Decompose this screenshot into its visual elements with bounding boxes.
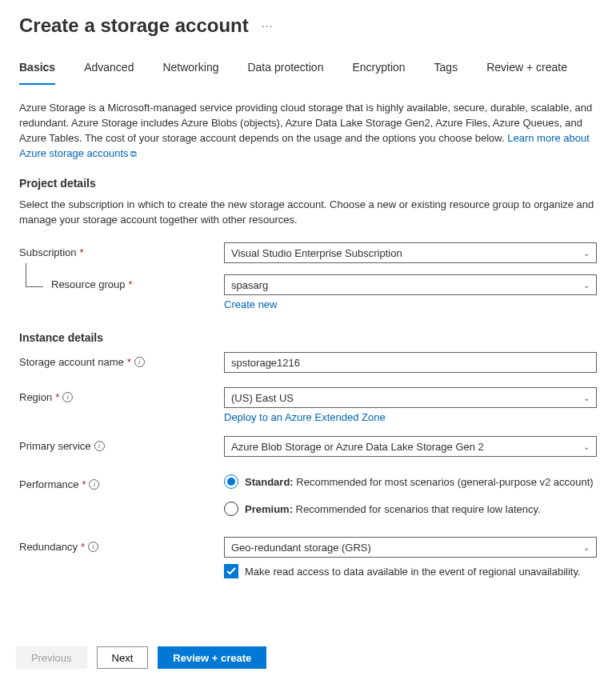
project-details-heading: Project details: [19, 177, 597, 190]
deploy-extended-zone-link[interactable]: Deploy to an Azure Extended Zone: [224, 411, 386, 423]
tab-data-protection[interactable]: Data protection: [247, 54, 323, 85]
primary-service-select[interactable]: Azure Blob Storage or Azure Data Lake St…: [224, 436, 597, 457]
region-select[interactable]: (US) East US ⌄: [224, 387, 597, 408]
performance-premium-radio[interactable]: Premium: Recommended for scenarios that …: [224, 502, 597, 516]
chevron-down-icon: ⌄: [583, 394, 590, 402]
create-new-link[interactable]: Create new: [224, 298, 277, 310]
info-icon[interactable]: i: [134, 357, 145, 367]
radio-icon: [224, 502, 238, 516]
info-icon[interactable]: i: [89, 479, 99, 490]
instance-details-heading: Instance details: [19, 331, 597, 344]
tab-networking[interactable]: Networking: [162, 54, 218, 85]
info-icon[interactable]: i: [62, 392, 73, 402]
primary-service-label: Primary service i: [19, 436, 224, 452]
performance-standard-radio[interactable]: Standard: Recommended for most scenarios…: [224, 474, 597, 489]
chevron-down-icon: ⌄: [583, 249, 590, 258]
redundancy-label: Redundancy * i: [19, 537, 224, 553]
region-label: Region * i: [19, 387, 224, 403]
performance-label: Performance * i: [19, 474, 224, 490]
external-link-icon: ⧉: [130, 149, 137, 158]
resource-group-select[interactable]: spasarg ⌄: [224, 274, 597, 295]
subscription-label: Subscription *: [19, 242, 224, 258]
resource-group-label: Resource group *: [51, 274, 224, 290]
subscription-select[interactable]: Visual Studio Enterprise Subscription ⌄: [224, 242, 597, 263]
tab-basics[interactable]: Basics: [19, 54, 55, 85]
tree-line: [26, 263, 43, 287]
tab-advanced[interactable]: Advanced: [84, 54, 134, 85]
intro-text: Azure Storage is a Microsoft-managed ser…: [19, 101, 597, 161]
radio-icon: [224, 474, 238, 489]
performance-standard-text: Standard: Recommended for most scenarios…: [245, 476, 594, 488]
info-icon[interactable]: i: [94, 441, 105, 451]
chevron-down-icon: ⌄: [583, 281, 590, 290]
page-title: Create a storage account: [19, 14, 249, 37]
footer-bar: Previous Next Review + create: [0, 635, 616, 680]
redundancy-select[interactable]: Geo-redundant storage (GRS) ⌄: [224, 537, 597, 558]
chevron-down-icon: ⌄: [583, 442, 590, 451]
chevron-down-icon: ⌄: [583, 543, 590, 552]
storage-account-name-label: Storage account name * i: [19, 352, 224, 368]
performance-premium-text: Premium: Recommended for scenarios that …: [245, 503, 541, 515]
storage-account-name-input[interactable]: [224, 352, 597, 373]
more-menu-icon[interactable]: ···: [262, 19, 274, 32]
tab-tags[interactable]: Tags: [434, 54, 458, 85]
next-button[interactable]: Next: [97, 646, 149, 669]
project-details-desc: Select the subscription in which to crea…: [19, 198, 597, 228]
previous-button: Previous: [16, 646, 87, 669]
checkbox-checked-icon: [224, 564, 238, 578]
read-access-checkbox[interactable]: Make read access to data available in th…: [224, 564, 597, 578]
tab-bar: Basics Advanced Networking Data protecti…: [0, 42, 616, 85]
info-icon[interactable]: i: [88, 542, 98, 552]
read-access-label: Make read access to data available in th…: [245, 566, 581, 578]
review-create-button[interactable]: Review + create: [158, 646, 266, 669]
tab-review-create[interactable]: Review + create: [486, 54, 567, 85]
tab-encryption[interactable]: Encryption: [352, 54, 405, 85]
intro-paragraph: Azure Storage is a Microsoft-managed ser…: [19, 102, 592, 144]
